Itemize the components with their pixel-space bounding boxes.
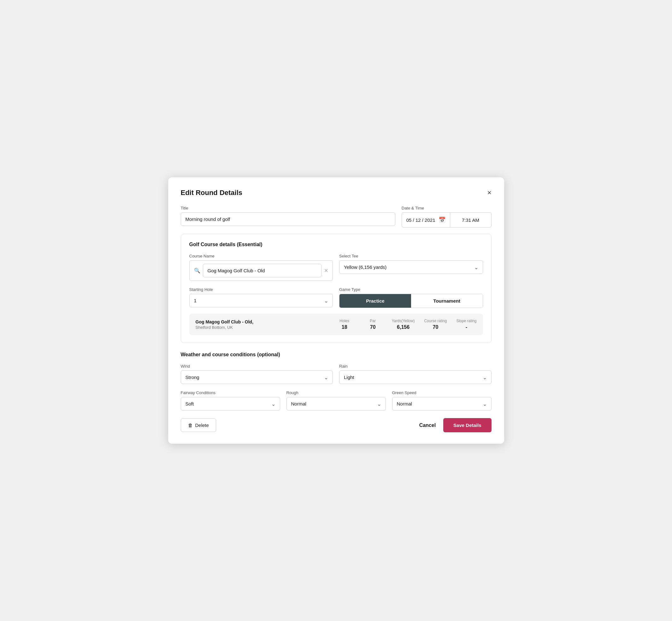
course-name-label: Course Name <box>189 254 333 258</box>
holes-stat: Holes 18 <box>335 319 354 330</box>
footer-row: 🗑 Delete Cancel Save Details <box>181 418 492 432</box>
date-time-wrapper: 05 / 12 / 2021 📅 7:31 AM <box>402 212 492 227</box>
course-name-wrapper[interactable]: 🔍 ✕ <box>189 260 333 281</box>
rain-group: Rain None Light Moderate Heavy ⌄ <box>339 364 492 384</box>
slope-rating-value: - <box>466 324 467 330</box>
title-group: Title <box>181 206 395 227</box>
delete-label: Delete <box>195 422 209 428</box>
date-value: 05 / 12 / 2021 <box>406 217 435 223</box>
rain-dropdown[interactable]: None Light Moderate Heavy <box>339 371 491 384</box>
time-field[interactable]: 7:31 AM <box>450 213 491 227</box>
golf-course-section: Golf Course details (Essential) Course N… <box>181 234 492 343</box>
time-value: 7:31 AM <box>462 217 479 223</box>
modal-header: Edit Round Details × <box>181 189 492 197</box>
yards-stat: Yards(Yellow) 6,156 <box>392 319 415 330</box>
select-tee-label: Select Tee <box>339 254 483 258</box>
trash-icon: 🗑 <box>188 422 193 428</box>
par-value: 70 <box>370 324 376 330</box>
course-info-row: Gog Magog Golf Club - Old, Shelford Bott… <box>189 314 483 335</box>
save-button[interactable]: Save Details <box>443 418 491 432</box>
course-info-name-text: Gog Magog Golf Club - Old, <box>196 319 326 324</box>
select-tee-dropdown[interactable]: Yellow (6,156 yards) White Red Blue <box>339 261 483 274</box>
starting-hole-dropdown[interactable]: 1234 5678 910 <box>190 294 333 307</box>
select-tee-wrapper[interactable]: Yellow (6,156 yards) White Red Blue ⌄ <box>339 260 483 274</box>
slope-rating-stat: Slope rating - <box>456 319 476 330</box>
close-button[interactable]: × <box>488 189 492 196</box>
cancel-button[interactable]: Cancel <box>419 422 436 428</box>
fairway-rough-green-row: Fairway Conditions Soft Normal Hard ⌄ Ro… <box>181 390 492 411</box>
course-rating-stat: Course rating 70 <box>424 319 447 330</box>
rain-wrapper[interactable]: None Light Moderate Heavy ⌄ <box>339 370 492 384</box>
green-speed-label: Green Speed <box>392 390 492 395</box>
fairway-wrapper[interactable]: Soft Normal Hard ⌄ <box>181 397 280 411</box>
par-label: Par <box>370 319 376 323</box>
weather-section: Weather and course conditions (optional)… <box>181 352 492 411</box>
wind-rain-row: Wind None Light Moderate Strong Very Str… <box>181 364 492 384</box>
wind-wrapper[interactable]: None Light Moderate Strong Very Strong ⌄ <box>181 370 333 384</box>
tournament-button[interactable]: Tournament <box>411 294 483 308</box>
title-label: Title <box>181 206 395 210</box>
game-type-toggle: Practice Tournament <box>339 294 483 308</box>
fairway-label: Fairway Conditions <box>181 390 280 395</box>
rough-label: Rough <box>287 390 386 395</box>
green-speed-dropdown[interactable]: Slow Normal Fast Very Fast <box>392 397 491 410</box>
footer-actions: Cancel Save Details <box>419 418 492 432</box>
course-info-location: Shelford Bottom, UK <box>196 325 326 330</box>
fairway-dropdown[interactable]: Soft Normal Hard <box>181 397 280 410</box>
search-icon: 🔍 <box>194 267 200 274</box>
wind-dropdown[interactable]: None Light Moderate Strong Very Strong <box>181 371 333 384</box>
game-type-group: Game Type Practice Tournament <box>339 287 483 308</box>
starting-hole-group: Starting Hole 1234 5678 910 ⌄ <box>189 287 333 308</box>
rough-wrapper[interactable]: Soft Normal Hard ⌄ <box>287 397 386 411</box>
course-rating-label: Course rating <box>424 319 447 323</box>
course-rating-value: 70 <box>433 324 438 330</box>
clear-icon[interactable]: ✕ <box>324 267 328 274</box>
title-date-row: Title Date & Time 05 / 12 / 2021 📅 7:31 … <box>181 206 492 227</box>
calendar-icon: 📅 <box>438 216 446 223</box>
starting-hole-label: Starting Hole <box>189 287 333 292</box>
hole-gametype-row: Starting Hole 1234 5678 910 ⌄ Game Type … <box>189 287 483 308</box>
practice-button[interactable]: Practice <box>339 294 411 308</box>
rough-group: Rough Soft Normal Hard ⌄ <box>287 390 386 411</box>
datetime-group: Date & Time 05 / 12 / 2021 📅 7:31 AM <box>402 206 492 227</box>
slope-rating-label: Slope rating <box>456 319 476 323</box>
wind-group: Wind None Light Moderate Strong Very Str… <box>181 364 333 384</box>
course-name-group: Course Name 🔍 ✕ <box>189 254 333 281</box>
modal-title: Edit Round Details <box>181 189 243 197</box>
date-field[interactable]: 05 / 12 / 2021 📅 <box>402 213 450 227</box>
yards-value: 6,156 <box>397 324 410 330</box>
datetime-label: Date & Time <box>402 206 492 210</box>
wind-label: Wind <box>181 364 333 369</box>
game-type-label: Game Type <box>339 287 483 292</box>
title-input[interactable] <box>181 212 395 226</box>
holes-label: Holes <box>339 319 349 323</box>
starting-hole-wrapper[interactable]: 1234 5678 910 ⌄ <box>189 294 333 307</box>
edit-round-modal: Edit Round Details × Title Date & Time 0… <box>168 177 504 444</box>
fairway-group: Fairway Conditions Soft Normal Hard ⌄ <box>181 390 280 411</box>
par-stat: Par 70 <box>364 319 382 330</box>
rain-label: Rain <box>339 364 492 369</box>
yards-label: Yards(Yellow) <box>392 319 415 323</box>
course-info-name: Gog Magog Golf Club - Old, Shelford Bott… <box>196 319 326 330</box>
rough-dropdown[interactable]: Soft Normal Hard <box>287 397 385 410</box>
course-name-input[interactable] <box>203 264 322 277</box>
green-speed-wrapper[interactable]: Slow Normal Fast Very Fast ⌄ <box>392 397 492 411</box>
delete-button[interactable]: 🗑 Delete <box>181 418 216 432</box>
holes-value: 18 <box>342 324 347 330</box>
course-tee-row: Course Name 🔍 ✕ Select Tee Yellow (6,156… <box>189 254 483 281</box>
select-tee-group: Select Tee Yellow (6,156 yards) White Re… <box>339 254 483 281</box>
green-speed-group: Green Speed Slow Normal Fast Very Fast ⌄ <box>392 390 492 411</box>
golf-course-title: Golf Course details (Essential) <box>189 242 483 247</box>
weather-title: Weather and course conditions (optional) <box>181 352 492 358</box>
